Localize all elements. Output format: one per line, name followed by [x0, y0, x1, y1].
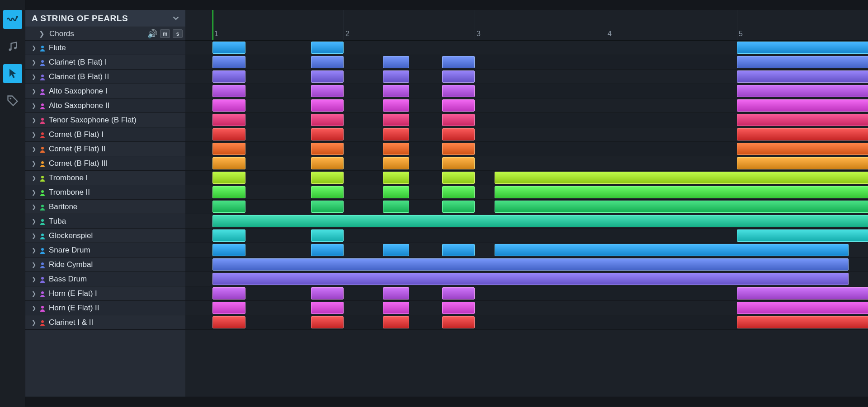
track-lane[interactable]	[185, 214, 868, 229]
track-lane[interactable]	[185, 70, 868, 84]
track-lane[interactable]	[185, 272, 868, 286]
track-lane[interactable]	[185, 55, 868, 70]
track-row[interactable]: ❯Ride Cymbal	[25, 257, 185, 272]
chevron-right-icon[interactable]: ❯	[32, 88, 36, 94]
clip[interactable]	[311, 70, 344, 83]
track-row[interactable]: ❯Glockenspiel	[25, 229, 185, 243]
clip[interactable]	[383, 70, 409, 83]
track-row[interactable]: ❯Clarinet (B Flat) I	[25, 55, 185, 70]
chevron-right-icon[interactable]: ❯	[32, 247, 36, 253]
track-row[interactable]: ❯Alto Saxophone I	[25, 84, 185, 98]
clip[interactable]	[442, 56, 475, 68]
track-lane[interactable]	[185, 113, 868, 127]
clip[interactable]	[442, 128, 475, 140]
clip[interactable]	[212, 99, 245, 112]
clip[interactable]	[495, 244, 849, 256]
track-row[interactable]: ❯Horn (E Flat) I	[25, 286, 185, 301]
track-lane[interactable]	[185, 243, 868, 257]
track-lane[interactable]	[185, 315, 868, 330]
clip[interactable]	[311, 157, 344, 169]
clip[interactable]	[212, 302, 245, 314]
clip[interactable]	[442, 114, 475, 126]
speaker-icon[interactable]: 🔊	[147, 29, 157, 39]
track-lane[interactable]	[185, 286, 868, 301]
track-lane[interactable]	[185, 171, 868, 185]
clip[interactable]	[442, 70, 475, 83]
track-row[interactable]: ❯Clarinet I & II	[25, 315, 185, 330]
track-lane[interactable]	[185, 185, 868, 200]
clip[interactable]	[212, 114, 245, 126]
clip[interactable]	[212, 172, 245, 184]
clip[interactable]	[212, 143, 245, 155]
clip[interactable]	[442, 186, 475, 198]
clip[interactable]	[311, 244, 344, 256]
track-row[interactable]: ❯Horn (E Flat) II	[25, 301, 185, 315]
clip[interactable]	[737, 302, 868, 314]
track-row[interactable]: ❯Cornet (B Flat) II	[25, 142, 185, 156]
clip[interactable]	[442, 201, 475, 213]
timeline-ruler[interactable]: 123456	[185, 10, 868, 41]
pointer-tool[interactable]	[3, 64, 22, 83]
clip[interactable]	[212, 287, 245, 299]
chevron-right-icon[interactable]: ❯	[32, 131, 36, 138]
chevron-right-icon[interactable]: ❯	[32, 59, 36, 65]
clip[interactable]	[737, 114, 868, 126]
clip[interactable]	[311, 172, 344, 184]
chords-row[interactable]: ❯ Chords 🔊 m s	[25, 27, 185, 41]
clip[interactable]	[383, 244, 409, 256]
waveform-tool[interactable]	[3, 10, 22, 29]
clip[interactable]	[311, 42, 344, 54]
clip[interactable]	[737, 128, 868, 140]
track-row[interactable]: ❯Flute	[25, 41, 185, 55]
notes-tool[interactable]	[3, 37, 22, 56]
chevron-right-icon[interactable]: ❯	[32, 305, 36, 311]
clip[interactable]	[383, 128, 409, 140]
chevron-right-icon[interactable]: ❯	[39, 30, 45, 38]
clip[interactable]	[737, 70, 868, 83]
clip[interactable]	[311, 302, 344, 314]
track-row[interactable]: ❯Snare Drum	[25, 243, 185, 257]
track-lane[interactable]	[185, 257, 868, 272]
clip[interactable]	[442, 244, 475, 256]
clip[interactable]	[311, 85, 344, 97]
clip[interactable]	[212, 244, 245, 256]
clip[interactable]	[442, 143, 475, 155]
clip[interactable]	[311, 143, 344, 155]
track-lane[interactable]	[185, 301, 868, 315]
clip[interactable]	[311, 99, 344, 112]
clip[interactable]	[383, 316, 409, 328]
clip[interactable]	[737, 56, 868, 68]
clip[interactable]	[383, 56, 409, 68]
track-lane[interactable]	[185, 229, 868, 243]
clip[interactable]	[383, 99, 409, 112]
track-row[interactable]: ❯Cornet (B Flat) I	[25, 127, 185, 142]
clip[interactable]	[383, 302, 409, 314]
clip[interactable]	[212, 316, 245, 328]
clip[interactable]	[737, 42, 868, 54]
track-row[interactable]: ❯Alto Saxophone II	[25, 98, 185, 113]
clip[interactable]	[383, 172, 409, 184]
chevron-right-icon[interactable]: ❯	[32, 218, 36, 225]
clip[interactable]	[383, 85, 409, 97]
clip-grid[interactable]	[185, 41, 868, 330]
track-row[interactable]: ❯Bass Drum	[25, 272, 185, 286]
track-row[interactable]: ❯Cornet (B Flat) III	[25, 156, 185, 171]
clip[interactable]	[737, 85, 868, 97]
chevron-down-icon[interactable]	[173, 14, 179, 23]
clip[interactable]	[737, 316, 868, 328]
clip[interactable]	[212, 85, 245, 97]
chevron-right-icon[interactable]: ❯	[32, 290, 36, 297]
track-lane[interactable]	[185, 127, 868, 142]
clip[interactable]	[212, 70, 245, 83]
clip[interactable]	[212, 186, 245, 198]
chevron-right-icon[interactable]: ❯	[32, 189, 36, 196]
clip[interactable]	[212, 229, 245, 242]
clip[interactable]	[311, 201, 344, 213]
track-lane[interactable]	[185, 98, 868, 113]
track-lane[interactable]	[185, 142, 868, 156]
clip[interactable]	[737, 229, 868, 242]
project-title-row[interactable]: A STRING OF PEARLS	[25, 10, 185, 27]
clip[interactable]	[311, 316, 344, 328]
clip[interactable]	[212, 215, 868, 227]
clip[interactable]	[442, 172, 475, 184]
